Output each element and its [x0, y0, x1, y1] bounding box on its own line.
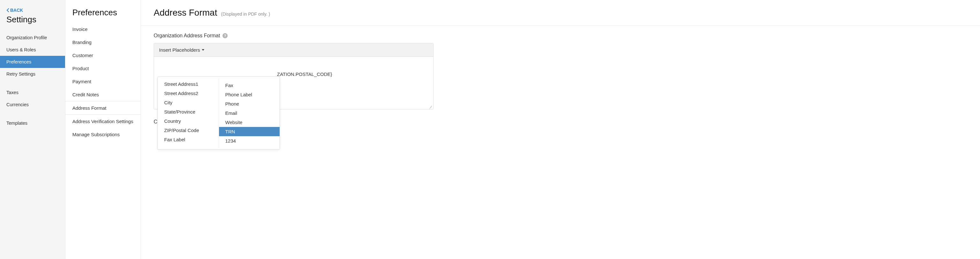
- dropdown-toggle-label: Insert Placeholders: [159, 47, 200, 53]
- preferences-nav-item[interactable]: Manage Subscriptions: [65, 128, 141, 141]
- main-body: Organization Address Format ? Insert Pla…: [141, 26, 980, 125]
- dropdown-col-2: FaxPhone LabelPhoneEmailWebsiteTRN1234: [219, 78, 280, 148]
- caret-down-icon: [202, 49, 204, 51]
- insert-placeholders-dropdown[interactable]: Insert Placeholders: [159, 47, 204, 53]
- settings-nav-item[interactable]: Templates: [0, 117, 65, 129]
- placeholder-option[interactable]: Phone Label: [219, 90, 280, 99]
- settings-nav-item[interactable]: Organization Profile: [0, 32, 65, 44]
- settings-sidebar: BACK Settings Organization ProfileUsers …: [0, 0, 65, 259]
- preferences-nav-item[interactable]: Address Format: [65, 101, 141, 115]
- preferences-nav-item[interactable]: Invoice: [65, 22, 141, 36]
- format-toolbar: Insert Placeholders: [154, 43, 433, 57]
- chevron-left-icon: [6, 8, 10, 12]
- placeholder-option[interactable]: City: [158, 98, 219, 107]
- dropdown-col-1: Street Address1Street Address2CityState/…: [158, 77, 219, 149]
- page-subtitle: (Displayed in PDF only. ): [221, 11, 270, 17]
- placeholder-option[interactable]: TRN: [219, 127, 280, 136]
- placeholder-option[interactable]: Street Address2: [158, 89, 219, 98]
- textarea-visible-content: ZATION.POSTAL_CODE}: [159, 72, 428, 77]
- main-content: Address Format (Displayed in PDF only. )…: [141, 0, 980, 259]
- settings-title: Settings: [0, 15, 65, 32]
- placeholder-option[interactable]: ZIP/Postal Code: [158, 126, 219, 135]
- page-title: Address Format: [154, 8, 217, 18]
- preferences-nav-item[interactable]: Branding: [65, 36, 141, 49]
- preferences-nav-item[interactable]: Payment: [65, 75, 141, 88]
- section-label-text: Organization Address Format: [154, 33, 220, 38]
- settings-nav: Organization ProfileUsers & RolesPrefere…: [0, 32, 65, 129]
- preferences-nav-item[interactable]: Product: [65, 62, 141, 75]
- settings-nav-item[interactable]: Preferences: [0, 56, 65, 68]
- preferences-nav: InvoiceBrandingCustomerProductPaymentCre…: [65, 22, 141, 141]
- settings-nav-item[interactable]: Currencies: [0, 99, 65, 111]
- placeholder-option[interactable]: 1234: [219, 136, 280, 145]
- placeholder-option[interactable]: Fax: [219, 81, 280, 90]
- preferences-nav-item[interactable]: Customer: [65, 49, 141, 62]
- preferences-sidebar: Preferences InvoiceBrandingCustomerProdu…: [65, 0, 141, 259]
- help-icon[interactable]: ?: [223, 33, 228, 38]
- placeholder-option[interactable]: Email: [219, 109, 280, 118]
- placeholder-option[interactable]: Website: [219, 118, 280, 127]
- back-link[interactable]: BACK: [0, 8, 65, 15]
- org-address-format-label: Organization Address Format ?: [154, 33, 967, 38]
- settings-nav-item[interactable]: Retry Settings: [0, 68, 65, 80]
- placeholder-option[interactable]: Street Address1: [158, 80, 219, 89]
- preferences-title: Preferences: [65, 8, 141, 22]
- preferences-nav-item[interactable]: Credit Notes: [65, 88, 141, 101]
- main-header: Address Format (Displayed in PDF only. ): [141, 8, 980, 26]
- preferences-nav-item[interactable]: Address Verification Settings: [65, 115, 141, 128]
- settings-nav-item[interactable]: Taxes: [0, 86, 65, 99]
- placeholder-option[interactable]: Fax Label: [158, 135, 219, 144]
- placeholder-dropdown-panel: Street Address1Street Address2CityState/…: [158, 77, 280, 150]
- placeholder-option[interactable]: Phone: [219, 99, 280, 109]
- back-label: BACK: [10, 8, 23, 13]
- settings-nav-item[interactable]: Users & Roles: [0, 44, 65, 56]
- resize-handle-icon[interactable]: [429, 105, 433, 109]
- placeholder-option[interactable]: Country: [158, 117, 219, 126]
- placeholder-option[interactable]: State/Province: [158, 107, 219, 117]
